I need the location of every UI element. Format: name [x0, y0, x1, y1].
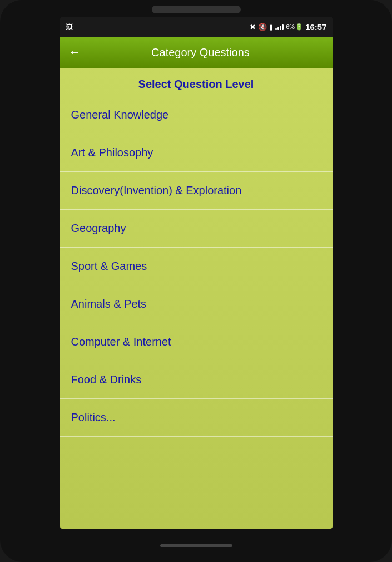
- list-item[interactable]: Food & Drinks: [60, 361, 333, 399]
- app-bar: ← Category Questions: [60, 37, 333, 68]
- list-item[interactable]: Art & Philosophy: [60, 134, 333, 172]
- list-item[interactable]: Geography: [60, 210, 333, 248]
- battery-icon: 🔋: [295, 23, 303, 31]
- category-item-label: Sport & Games: [71, 260, 147, 272]
- back-button[interactable]: ←: [69, 45, 81, 60]
- battery-percent: 6%: [286, 23, 295, 30]
- status-bar: 🖼 ✖ 🔇 ▮ 6% 🔋 16:57: [60, 17, 333, 37]
- mute-icon: 🔇: [258, 23, 267, 31]
- home-indicator: [160, 544, 232, 547]
- content-area: Select Question Level General KnowledgeA…: [60, 68, 333, 529]
- back-arrow-icon: ←: [69, 45, 81, 60]
- category-item-label: Food & Drinks: [71, 373, 142, 386]
- sim-icon: ▮: [269, 23, 273, 31]
- category-item-label: Politics...: [71, 411, 116, 423]
- list-item[interactable]: Discovery(Invention) & Exploration: [60, 172, 333, 210]
- category-item-label: Animals & Pets: [71, 298, 147, 310]
- phone-notch: [0, 0, 392, 17]
- category-item-label: Art & Philosophy: [71, 146, 153, 159]
- list-item[interactable]: Animals & Pets: [60, 285, 333, 323]
- category-item-label: General Knowledge: [71, 109, 169, 121]
- bottom-bar: [60, 529, 333, 562]
- usb-icon: 🖼: [66, 23, 73, 31]
- category-item-label: Discovery(Invention) & Exploration: [71, 184, 242, 196]
- battery-indicator: 6% 🔋: [286, 23, 303, 31]
- signal-icon: [275, 23, 284, 30]
- bluetooth-icon: ✖: [250, 23, 256, 31]
- status-left-icons: 🖼: [66, 23, 73, 31]
- app-bar-title: Category Questions: [90, 46, 311, 59]
- category-item-label: Geography: [71, 222, 126, 234]
- category-list: General KnowledgeArt & PhilosophyDiscove…: [60, 96, 333, 529]
- status-time: 16:57: [305, 22, 326, 32]
- phone-frame: 🖼 ✖ 🔇 ▮ 6% 🔋 16:57: [0, 0, 392, 562]
- list-item[interactable]: Politics...: [60, 399, 333, 437]
- category-item-label: Computer & Internet: [71, 336, 171, 348]
- list-item[interactable]: Computer & Internet: [60, 323, 333, 361]
- section-header: Select Question Level: [60, 68, 333, 96]
- notch-pill: [152, 6, 241, 13]
- list-item[interactable]: Sport & Games: [60, 248, 333, 285]
- phone-screen: 🖼 ✖ 🔇 ▮ 6% 🔋 16:57: [60, 17, 333, 529]
- status-right-icons: ✖ 🔇 ▮ 6% 🔋 16:57: [250, 22, 326, 32]
- list-item[interactable]: General Knowledge: [60, 96, 333, 134]
